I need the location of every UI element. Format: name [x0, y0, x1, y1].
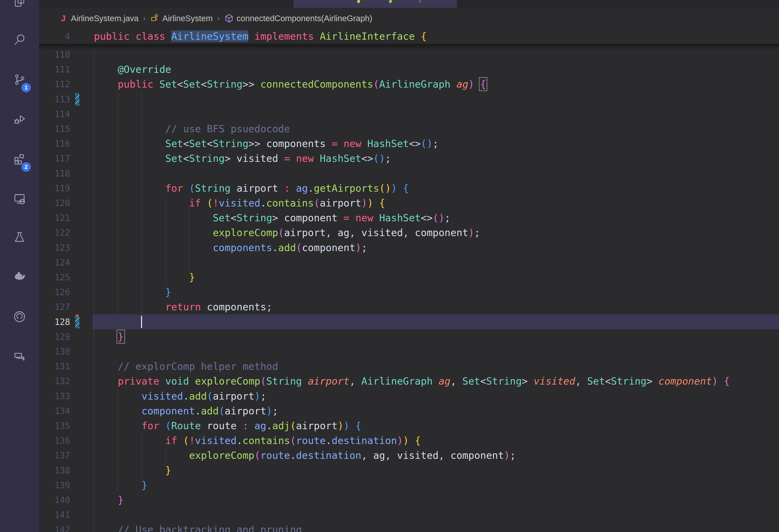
activity-item-docker[interactable] — [0, 257, 39, 297]
activity-item-run-debug[interactable] — [0, 100, 39, 139]
token — [278, 182, 284, 194]
token — [159, 420, 165, 431]
code-line[interactable]: 129 } — [39, 329, 779, 344]
code-line[interactable]: 116 Set<Set<String>> components = new Ha… — [39, 136, 779, 151]
code-line[interactable]: 113 — [39, 92, 779, 107]
token — [165, 31, 171, 42]
code-line[interactable]: 121 Set<String> component = new HashSet<… — [39, 211, 779, 225]
sticky-code-line[interactable]: 4public class AirlineSystem implements A… — [39, 29, 779, 44]
token: airport — [237, 182, 278, 194]
line-number[interactable]: 140 — [39, 492, 70, 508]
code-editor[interactable]: 110111 @Override112 public Set<Set<Strin… — [39, 44, 779, 532]
code-text: @Override — [94, 62, 171, 77]
line-number[interactable]: 124 — [39, 255, 70, 270]
token — [355, 375, 361, 387]
code-line[interactable]: 134 component.add(airport); — [39, 404, 779, 418]
line-number[interactable]: 134 — [39, 404, 70, 418]
activity-item-source-control[interactable]: 1 — [0, 60, 39, 99]
breadcrumb-item[interactable]: connectedComponents(AirlineGraph) — [224, 13, 372, 23]
code-line[interactable]: 139 } — [39, 478, 779, 493]
line-number[interactable]: 127 — [39, 299, 70, 314]
line-number[interactable]: 136 — [39, 433, 70, 448]
token: exploreComp — [195, 375, 260, 387]
code-line[interactable]: 137 exploreComp(route.destination, ag, v… — [39, 448, 779, 463]
activity-item-extensions[interactable]: 2 — [0, 139, 39, 179]
code-line[interactable]: 127 return components; — [39, 299, 779, 314]
line-number[interactable]: 4 — [39, 29, 70, 44]
code-line[interactable]: 112 public Set<Set<String>> connectedCom… — [39, 77, 779, 92]
line-number[interactable]: 125 — [39, 270, 70, 285]
token: ; — [272, 405, 278, 417]
code-line[interactable]: 140 } — [39, 492, 779, 508]
token: < — [183, 153, 189, 164]
line-number[interactable]: 122 — [39, 225, 70, 240]
line-number[interactable]: 132 — [39, 374, 70, 389]
token: adj — [272, 420, 290, 431]
line-number[interactable]: 133 — [39, 389, 70, 404]
line-number[interactable]: 114 — [39, 107, 70, 122]
token — [94, 301, 165, 312]
code-line[interactable]: 122 exploreComp(airport, ag, visited, co… — [39, 225, 779, 240]
line-number[interactable]: 113 — [39, 92, 70, 107]
code-line[interactable]: 115 // use BFS psuedocode — [39, 121, 779, 136]
line-number[interactable]: 123 — [39, 240, 70, 255]
breadcrumb-item[interactable]: JAirlineSystem.java — [59, 13, 138, 23]
code-line[interactable]: 126 } — [39, 285, 779, 300]
line-number[interactable]: 135 — [39, 418, 70, 433]
code-text: public class AirlineSystem implements Ai… — [94, 29, 427, 44]
activity-item-testing[interactable] — [0, 217, 39, 257]
activity-item-github[interactable] — [0, 297, 39, 337]
code-line[interactable]: 128 — [39, 314, 779, 330]
sticky-scroll-line[interactable]: 4public class AirlineSystem implements A… — [39, 29, 779, 44]
line-number[interactable]: 118 — [39, 166, 70, 181]
line-number[interactable]: 117 — [39, 151, 70, 166]
activity-item-remote-explorer[interactable] — [0, 179, 39, 219]
line-number[interactable]: 112 — [39, 77, 70, 92]
code-line[interactable]: 130 — [39, 344, 779, 359]
active-tab[interactable] — [294, 0, 457, 8]
token — [201, 301, 207, 312]
line-number[interactable]: 111 — [39, 62, 70, 77]
line-number[interactable]: 115 — [39, 121, 70, 136]
token: HashSet — [379, 212, 421, 224]
token: ( — [189, 182, 195, 194]
code-line[interactable]: 117 Set<String> visited = new HashSet<>(… — [39, 151, 779, 166]
line-number[interactable]: 138 — [39, 463, 70, 478]
code-line[interactable]: 119 for (String airport : ag.getAirports… — [39, 181, 779, 196]
code-line[interactable]: 138 } — [39, 463, 779, 478]
token — [159, 375, 165, 387]
line-number[interactable]: 129 — [39, 329, 70, 344]
code-line[interactable]: 133 visited.add(airport); — [39, 389, 779, 404]
code-line[interactable]: 142 // Use backtracking and pruning — [39, 522, 779, 532]
line-number[interactable]: 121 — [39, 211, 70, 225]
code-line[interactable]: 118 — [39, 166, 779, 181]
code-line[interactable]: 125 } — [39, 270, 779, 285]
token — [94, 375, 118, 387]
code-line[interactable]: 120 if (!visited.contains(airport)) { — [39, 195, 779, 211]
code-line[interactable]: 136 if (!visited.contains(route.destinat… — [39, 433, 779, 448]
line-number[interactable]: 131 — [39, 359, 70, 374]
line-number[interactable]: 142 — [39, 522, 70, 532]
code-line[interactable]: 111 @Override — [39, 62, 779, 77]
code-line[interactable]: 132 private void exploreComp(String airp… — [39, 374, 779, 389]
line-number[interactable]: 116 — [39, 136, 70, 151]
line-number[interactable]: 130 — [39, 344, 70, 359]
line-number[interactable]: 120 — [39, 195, 70, 211]
activity-item-explorer[interactable] — [0, 0, 39, 21]
line-number[interactable]: 137 — [39, 448, 70, 463]
line-number[interactable]: 141 — [39, 507, 70, 522]
code-line[interactable]: 141 — [39, 507, 779, 522]
token: ( — [219, 405, 225, 417]
activity-item-search[interactable] — [0, 20, 39, 59]
code-line[interactable]: 114 — [39, 107, 779, 122]
code-line[interactable]: 124 — [39, 255, 779, 270]
activity-item-comments[interactable] — [0, 337, 39, 376]
code-line[interactable]: 135 for (Route route : ag.adj(airport)) … — [39, 418, 779, 433]
line-number[interactable]: 139 — [39, 478, 70, 493]
line-number[interactable]: 126 — [39, 285, 70, 300]
breadcrumb-item[interactable]: AirlineSystem — [150, 13, 213, 23]
code-line[interactable]: 131 // explorComp helper method — [39, 359, 779, 374]
line-number[interactable]: 128 — [39, 314, 70, 330]
line-number[interactable]: 119 — [39, 181, 70, 196]
code-line[interactable]: 123 components.add(component); — [39, 240, 779, 255]
